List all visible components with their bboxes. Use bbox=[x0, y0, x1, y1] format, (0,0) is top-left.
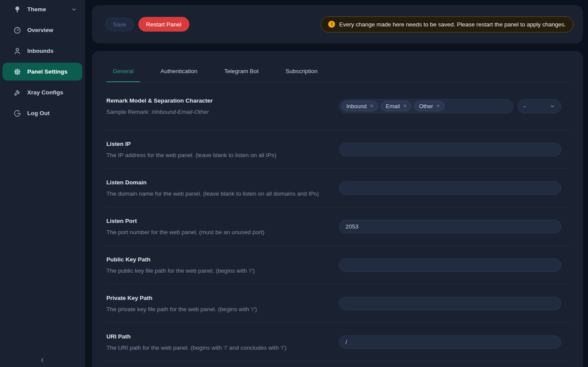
restart-panel-button[interactable]: Restart Panel bbox=[138, 17, 189, 32]
sidebar-collapse-button[interactable] bbox=[38, 355, 47, 365]
sidebar-item-label: Inbounds bbox=[27, 48, 54, 54]
field-description: The port number for the web panel. (must… bbox=[106, 229, 264, 235]
lightbulb-icon bbox=[13, 6, 21, 13]
field-label: Private Key Path bbox=[106, 295, 257, 301]
sidebar-item-theme[interactable]: Theme bbox=[3, 0, 82, 18]
sidebar-item-overview[interactable]: Overview bbox=[3, 21, 82, 39]
form-row-listen-port: Listen Port The port number for the web … bbox=[106, 207, 569, 246]
field-description: The domain name for the web panel. (leav… bbox=[106, 190, 319, 197]
tab-authentication[interactable]: Authentication bbox=[154, 68, 204, 82]
sidebar-item-label: Xray Configs bbox=[27, 89, 63, 96]
sample-remark-value: #Inbound-Email-Other bbox=[151, 109, 209, 115]
form-row-listen-ip: Listen IP The IP address for the web pan… bbox=[106, 130, 569, 169]
tab-subscription[interactable]: Subscription bbox=[279, 68, 324, 82]
selected-separator: - bbox=[524, 103, 526, 109]
field-label: Listen Domain bbox=[106, 179, 319, 186]
sidebar-item-label: Overview bbox=[27, 27, 53, 33]
field-label: Remark Model & Separation Character bbox=[106, 97, 213, 104]
sidebar-item-label: Log Out bbox=[27, 110, 50, 116]
sidebar-item-inbounds[interactable]: Inbounds bbox=[3, 42, 82, 60]
field-description: The IP address for the web panel. (leave… bbox=[106, 152, 276, 158]
warning-icon: ! bbox=[328, 21, 335, 28]
listen-domain-input[interactable] bbox=[339, 181, 561, 195]
tag-label: Inbound bbox=[346, 103, 367, 109]
field-description: The private key file path for the web pa… bbox=[106, 306, 257, 312]
warning-banner: ! Every change made here needs to be sav… bbox=[321, 16, 573, 32]
listen-port-input[interactable] bbox=[339, 220, 561, 233]
field-label: URI Path bbox=[106, 333, 287, 340]
save-button[interactable]: Save bbox=[105, 18, 134, 31]
settings-tabs: General Authentication Telegram Bot Subs… bbox=[106, 51, 569, 82]
listen-ip-input[interactable] bbox=[339, 143, 561, 156]
form-row-private-key-path: Private Key Path The private key file pa… bbox=[106, 284, 569, 323]
warning-text: Every change made here needs to be saved… bbox=[339, 21, 566, 28]
sidebar-item-xray-configs[interactable]: Xray Configs bbox=[3, 84, 82, 101]
tag-inbound: Inbound × bbox=[342, 101, 378, 111]
uri-path-input[interactable] bbox=[339, 335, 561, 349]
chevron-down-icon bbox=[550, 103, 555, 109]
sidebar-item-log-out[interactable]: Log Out bbox=[3, 104, 82, 122]
panel-settings-card: General Authentication Telegram Bot Subs… bbox=[92, 51, 583, 367]
field-description: The URI path for the web panel. (begins … bbox=[106, 344, 287, 351]
sidebar-item-label: Theme bbox=[27, 6, 46, 13]
gear-icon bbox=[13, 68, 21, 76]
public-key-path-input[interactable] bbox=[339, 258, 561, 272]
remove-tag-icon[interactable]: × bbox=[437, 103, 440, 109]
user-icon bbox=[13, 47, 21, 55]
field-label: Listen Port bbox=[106, 218, 264, 224]
chevron-left-icon bbox=[39, 357, 45, 363]
form-row-listen-domain: Listen Domain The domain name for the we… bbox=[106, 169, 569, 207]
form-row-uri-path: URI Path The URI path for the web panel.… bbox=[106, 323, 569, 361]
form-row-public-key-path: Public Key Path The public key file path… bbox=[106, 246, 569, 284]
tab-telegram-bot[interactable]: Telegram Bot bbox=[218, 68, 265, 82]
tag-label: Other bbox=[419, 103, 433, 109]
field-description: Sample Remark: #Inbound-Email-Other bbox=[106, 109, 213, 115]
remove-tag-icon[interactable]: × bbox=[403, 103, 406, 109]
tag-label: Email bbox=[386, 103, 400, 109]
remove-tag-icon[interactable]: × bbox=[370, 103, 373, 109]
remark-model-multiselect[interactable]: Inbound × Email × Other × bbox=[339, 99, 513, 113]
tag-other: Other × bbox=[414, 101, 444, 111]
separation-character-select[interactable]: - bbox=[518, 99, 561, 113]
chevron-down-icon bbox=[71, 6, 77, 13]
field-label: Public Key Path bbox=[106, 256, 255, 263]
sidebar-item-label: Panel Settings bbox=[27, 68, 67, 75]
field-description: The public key file path for the web pan… bbox=[106, 267, 255, 274]
sidebar: Theme Overview Inbounds bbox=[0, 0, 85, 367]
form-row-remark-model: Remark Model & Separation Character Samp… bbox=[106, 82, 569, 130]
gauge-icon bbox=[13, 26, 21, 34]
sample-remark-prefix: Sample Remark: bbox=[106, 109, 151, 115]
field-label: Listen IP bbox=[106, 141, 276, 147]
wrench-icon bbox=[13, 89, 21, 97]
sidebar-item-panel-settings[interactable]: Panel Settings bbox=[3, 63, 82, 80]
tab-general[interactable]: General bbox=[106, 68, 140, 82]
tag-email: Email × bbox=[381, 101, 411, 111]
toolbar: Save Restart Panel ! Every change made h… bbox=[92, 5, 583, 43]
private-key-path-input[interactable] bbox=[339, 297, 561, 310]
logout-icon bbox=[13, 109, 21, 117]
